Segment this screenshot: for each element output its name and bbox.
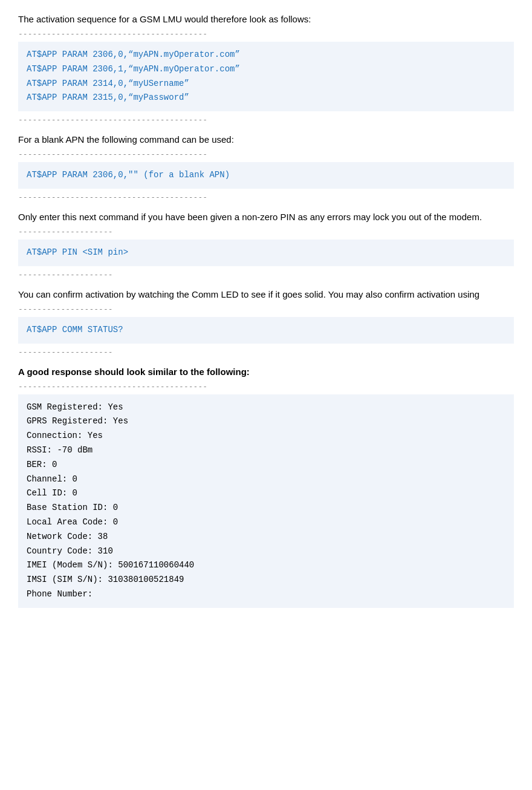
pin-text: Only enter this next command if you have…: [18, 210, 514, 224]
divider-bottom-2: ----------------------------------------: [18, 192, 514, 201]
response-data-block: GSM Registered: Yes GPRS Registered: Yes…: [18, 394, 514, 608]
response-line-11: Country Code: 310: [27, 544, 505, 559]
pin-code-block: AT$APP PIN <SIM pin>: [18, 240, 514, 266]
page-content: The activation sequence for a GSM LMU wo…: [18, 12, 514, 608]
response-intro-text: A good response should look similar to t…: [18, 365, 514, 379]
comm-code-line: AT$APP COMM STATUS?: [27, 323, 505, 338]
response-line-2: GPRS Registered: Yes: [27, 414, 505, 429]
code-line-1: AT$APP PARAM 2306,0,“myAPN.myOperator.co…: [27, 48, 505, 62]
divider-top-2: ----------------------------------------: [18, 149, 514, 158]
divider-top-5: ----------------------------------------: [18, 382, 514, 391]
response-line-1: GSM Registered: Yes: [27, 400, 505, 415]
intro-text: The activation sequence for a GSM LMU wo…: [18, 12, 514, 27]
response-line-12: IMEI (Modem S/N): 500167110060440: [27, 558, 505, 573]
divider-top-3: --------------------: [18, 227, 514, 236]
divider-top-4: --------------------: [18, 304, 514, 313]
response-line-9: Local Area Code: 0: [27, 515, 505, 530]
comm-text: You can confirm activation by watching t…: [18, 287, 514, 302]
response-line-8: Base Station ID: 0: [27, 501, 505, 515]
response-line-13: IMSI (SIM S/N): 310380100521849: [27, 573, 505, 587]
pin-section: Only enter this next command if you have…: [18, 210, 514, 279]
code-line-4: AT$APP PARAM 2315,0,“myPassword”: [27, 91, 505, 105]
response-line-3: Connection: Yes: [27, 429, 505, 443]
divider-bottom-4: --------------------: [18, 347, 514, 356]
blank-apn-section: For a blank APN the following command ca…: [18, 132, 514, 201]
intro-section: The activation sequence for a GSM LMU wo…: [18, 12, 514, 124]
code-line-3: AT$APP PARAM 2314,0,“myUSername”: [27, 77, 505, 91]
blank-apn-code-block: AT$APP PARAM 2306,0,"" (for a blank APN): [18, 162, 514, 189]
response-line-14: Phone Number:: [27, 587, 505, 602]
response-line-7: Cell ID: 0: [27, 486, 505, 501]
divider-bottom-1: ----------------------------------------: [18, 115, 514, 124]
response-line-10: Network Code: 38: [27, 530, 505, 544]
response-line-4: RSSI: -70 dBm: [27, 443, 505, 458]
code-line-2: AT$APP PARAM 2306,1,“myAPN.myOperator.co…: [27, 62, 505, 77]
divider-bottom-3: --------------------: [18, 270, 514, 279]
comm-code-block: AT$APP COMM STATUS?: [18, 317, 514, 344]
response-line-6: Channel: 0: [27, 472, 505, 487]
response-section: A good response should look similar to t…: [18, 365, 514, 608]
divider-top-1: ----------------------------------------: [18, 29, 514, 38]
response-line-5: BER: 0: [27, 458, 505, 472]
pin-code-line: AT$APP PIN <SIM pin>: [27, 246, 505, 260]
blank-apn-text: For a blank APN the following command ca…: [18, 132, 514, 147]
apn-code-block: AT$APP PARAM 2306,0,“myAPN.myOperator.co…: [18, 42, 514, 111]
blank-apn-code-line: AT$APP PARAM 2306,0,"" (for a blank APN): [27, 168, 505, 183]
comm-section: You can confirm activation by watching t…: [18, 287, 514, 356]
